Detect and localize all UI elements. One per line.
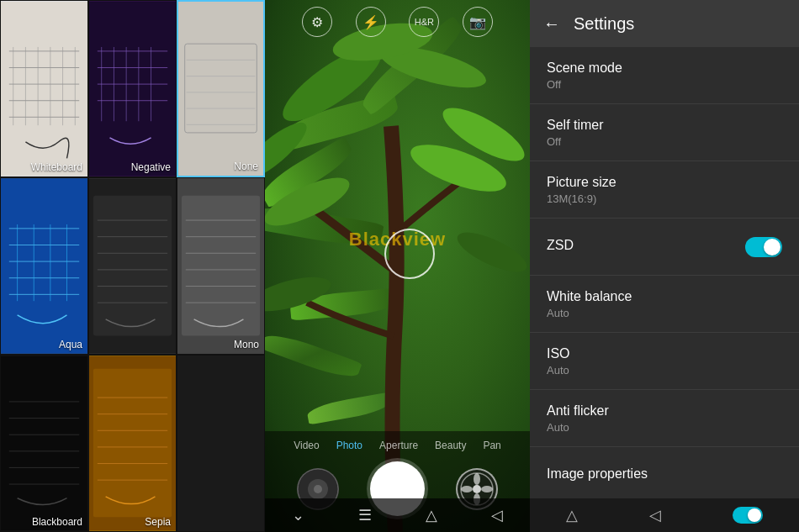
filter-sepia[interactable]: Sepia	[88, 355, 177, 532]
camera-mode-selector: Video Photo Aperture Beauty Pan	[265, 431, 530, 453]
filter-negative-label: Negative	[131, 161, 171, 173]
bottom-home-icon[interactable]: △	[566, 506, 578, 524]
bottom-toggle[interactable]	[733, 507, 763, 524]
filter-mono-label: Mono	[234, 339, 259, 350]
setting-image-properties[interactable]: Image properties	[530, 447, 799, 498]
filter-blackboard[interactable]: Blackboard	[0, 355, 88, 532]
setting-white-balance[interactable]: White balance Auto	[530, 276, 799, 333]
setting-picture-size[interactable]: Picture size 13M(16:9)	[530, 161, 799, 219]
camera-top-controls: ⚙ ⚡ H&R 📷	[265, 7, 530, 37]
flip-camera-icon[interactable]: 📷	[463, 7, 493, 37]
svg-rect-63	[93, 369, 172, 518]
focus-circle	[384, 229, 435, 279]
camera-viewfinder: ⚙ ⚡ H&R 📷 Blackview Video Photo Aperture…	[265, 0, 530, 532]
filter-blackboard-label: Blackboard	[32, 516, 82, 528]
settings-title: Settings	[574, 14, 634, 34]
setting-scene-mode[interactable]: Scene mode Off	[530, 47, 799, 104]
hdr-icon[interactable]: H&R	[409, 7, 439, 37]
settings-header: ← Settings	[530, 0, 799, 47]
bottom-back-icon[interactable]: ◁	[649, 506, 661, 524]
filter-whiteboard[interactable]: Whiteboard	[0, 0, 88, 177]
settings-icon[interactable]: ⚙	[302, 7, 332, 37]
settings-list: Scene mode Off Self timer Off Picture si…	[530, 47, 799, 498]
filter-whiteboard-label: Whiteboard	[31, 161, 82, 173]
zsd-toggle-thumb	[764, 239, 780, 255]
svg-point-87	[473, 485, 481, 493]
svg-rect-29	[1, 179, 87, 353]
nav-down[interactable]: ⌄	[292, 506, 304, 524]
nav-home[interactable]: △	[426, 506, 437, 524]
mode-photo[interactable]: Photo	[333, 438, 366, 453]
nav-menu[interactable]: ☰	[358, 506, 372, 524]
svg-point-81	[314, 485, 322, 493]
mode-aperture[interactable]: Aperture	[376, 438, 421, 453]
filter-negative[interactable]: Negative	[88, 0, 177, 177]
svg-point-83	[474, 473, 480, 485]
camera-bottom-nav: ⌄ ☰ △ ◁	[265, 498, 530, 532]
back-button[interactable]: ←	[543, 14, 560, 34]
filter-none[interactable]: None	[177, 0, 265, 177]
filter-aqua[interactable]: Aqua	[0, 177, 88, 355]
filter-empty	[177, 355, 265, 532]
filter-panel: Whiteboard Negative None	[0, 0, 265, 532]
mode-beauty[interactable]: Beauty	[431, 438, 469, 453]
svg-point-85	[461, 486, 473, 492]
filter-mono[interactable]: Mono	[177, 177, 265, 355]
svg-rect-48	[182, 196, 260, 336]
flash-icon[interactable]: ⚡	[356, 7, 386, 37]
nav-back[interactable]: ◁	[491, 506, 503, 524]
filter-none-label: None	[234, 161, 258, 172]
svg-point-86	[481, 486, 493, 492]
filter-dark2[interactable]	[88, 177, 177, 355]
setting-self-timer[interactable]: Self timer Off	[530, 104, 799, 161]
setting-zsd[interactable]: ZSD	[530, 219, 799, 276]
zsd-toggle[interactable]	[745, 237, 782, 257]
svg-rect-22	[178, 3, 263, 174]
mode-video[interactable]: Video	[290, 438, 322, 453]
filter-aqua-label: Aqua	[59, 339, 82, 350]
settings-bottom-nav: △ ◁	[530, 498, 799, 532]
svg-rect-40	[93, 196, 172, 336]
svg-rect-12	[89, 2, 176, 176]
filter-sepia-label: Sepia	[145, 516, 171, 528]
setting-anti-flicker[interactable]: Anti flicker Auto	[530, 390, 799, 447]
svg-rect-0	[1, 2, 87, 176]
mode-pan[interactable]: Pan	[479, 438, 504, 453]
camera-controls: Video Photo Aperture Beauty Pan	[265, 431, 530, 532]
settings-panel: ← Settings Scene mode Off Self timer Off…	[530, 0, 799, 532]
setting-iso[interactable]: ISO Auto	[530, 333, 799, 390]
